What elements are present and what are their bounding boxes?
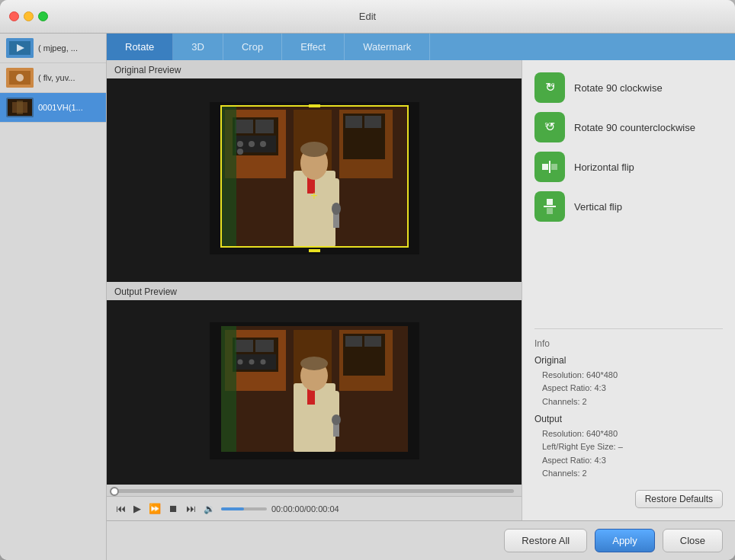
svg-point-22 xyxy=(260,141,266,147)
svg-point-33 xyxy=(332,203,341,215)
svg-rect-52 xyxy=(345,336,362,347)
action-bar: Restore All Apply Close xyxy=(107,520,735,560)
output-video-svg xyxy=(210,322,419,459)
titlebar: Edit xyxy=(0,0,735,34)
apply-button[interactable]: Apply xyxy=(595,529,655,552)
info-original-title: Original xyxy=(534,355,723,366)
svg-rect-37 xyxy=(309,104,320,107)
controls-panel: ↻ 90 Rotate 90 clockwise ↺ 90 xyxy=(522,60,735,520)
hflip-icon xyxy=(534,152,565,182)
info-title: Info xyxy=(534,338,723,349)
svg-rect-46 xyxy=(255,340,274,352)
info-output-lr-eye: Left/Right Eye Size: – xyxy=(534,440,723,454)
svg-rect-69 xyxy=(547,199,553,205)
info-section: Info Original Resolution: 640*480 Aspect… xyxy=(534,328,723,481)
volume-slider[interactable] xyxy=(221,507,267,510)
stop-button[interactable]: ⏹ xyxy=(167,501,180,516)
svg-point-49 xyxy=(249,359,254,364)
time-display: 00:00:00/00:00:04 xyxy=(271,504,339,514)
svg-point-30 xyxy=(300,142,328,157)
info-output-aspect: Aspect Ratio: 4:3 xyxy=(534,454,723,468)
thumbnail-flv xyxy=(6,68,34,88)
tab-rotate[interactable]: Rotate xyxy=(107,34,173,60)
right-panel: Rotate 3D Crop Effect Watermark xyxy=(107,34,735,560)
svg-rect-26 xyxy=(364,116,381,128)
skip-end-button[interactable]: ⏭ xyxy=(185,501,197,516)
sidebar-item-0001[interactable]: 0001VH(1... xyxy=(0,93,106,123)
rotate-ccw-label: Rotate 90 counterclockwise xyxy=(574,122,695,133)
controls-bar: ⏮ ▶ ⏩ ⏹ ⏭ 🔉 xyxy=(107,496,522,520)
output-preview-container xyxy=(107,300,522,485)
progress-track[interactable] xyxy=(114,489,514,493)
traffic-lights xyxy=(0,11,48,21)
svg-rect-68 xyxy=(549,161,550,173)
hflip-label: Horizontal flip xyxy=(574,162,634,173)
vflip-button[interactable]: Vertical flip xyxy=(534,191,723,222)
tab-effect[interactable]: Effect xyxy=(282,34,345,60)
spacer xyxy=(534,231,723,319)
svg-rect-9 xyxy=(17,101,23,114)
thumbnail-0001 xyxy=(6,98,34,117)
restore-defaults-button[interactable]: Restore Defaults xyxy=(635,490,723,508)
svg-rect-17 xyxy=(235,120,253,133)
sidebar-item-flv[interactable]: ( flv, yuv... xyxy=(0,63,106,93)
window-title: Edit xyxy=(359,11,376,22)
svg-rect-25 xyxy=(345,116,362,128)
output-video-inner xyxy=(210,322,419,462)
original-video-svg: + xyxy=(210,102,419,254)
info-output-title: Output xyxy=(534,414,723,424)
svg-rect-53 xyxy=(364,336,381,347)
svg-rect-18 xyxy=(255,120,274,133)
rotate-cw-button[interactable]: ↻ 90 Rotate 90 clockwise xyxy=(534,72,723,103)
main-window: Edit ( mjpeg, ... xyxy=(0,0,735,560)
sidebar-item-label-0001: 0001VH(1... xyxy=(38,103,83,112)
svg-point-5 xyxy=(16,74,24,82)
output-preview-label: Output Preview xyxy=(107,282,522,300)
content-area: Original Preview xyxy=(107,60,735,520)
original-preview-label: Original Preview xyxy=(107,60,522,78)
rotate-ccw-button[interactable]: ↺ 90 Rotate 90 counterclockwise xyxy=(534,112,723,142)
info-original-aspect: Aspect Ratio: 4:3 xyxy=(534,382,723,395)
svg-point-20 xyxy=(237,141,243,147)
svg-rect-71 xyxy=(544,206,556,207)
maximize-window-button[interactable] xyxy=(38,11,48,21)
svg-text:90: 90 xyxy=(545,121,552,128)
tab-bar: Rotate 3D Crop Effect Watermark xyxy=(107,34,735,60)
tab-watermark[interactable]: Watermark xyxy=(345,34,430,60)
svg-text:+: + xyxy=(310,189,317,202)
svg-rect-34 xyxy=(221,106,236,247)
progress-bar-container xyxy=(107,485,522,496)
rotate-cw-label: Rotate 90 clockwise xyxy=(574,82,663,94)
svg-point-50 xyxy=(260,359,265,364)
hflip-button[interactable]: Horizontal flip xyxy=(534,152,723,182)
sidebar-item-label-flv: ( flv, yuv... xyxy=(38,73,75,82)
info-output-channels: Channels: 2 xyxy=(534,467,723,481)
vflip-icon xyxy=(534,191,565,222)
close-button[interactable]: Close xyxy=(663,529,723,552)
restore-all-button[interactable]: Restore All xyxy=(504,529,587,552)
svg-point-23 xyxy=(237,149,243,155)
original-video-inner: + xyxy=(210,102,419,258)
minimize-window-button[interactable] xyxy=(24,11,34,21)
tab-3d[interactable]: 3D xyxy=(173,34,223,60)
skip-start-button[interactable]: ⏮ xyxy=(114,501,127,516)
thumbnail-mjpeg xyxy=(6,38,34,58)
tab-crop[interactable]: Crop xyxy=(223,34,282,60)
svg-text:90: 90 xyxy=(548,82,555,88)
vflip-label: Vertical flip xyxy=(574,201,622,213)
rotate-cw-icon: ↻ 90 xyxy=(534,72,565,103)
close-window-button[interactable] xyxy=(9,11,19,21)
sidebar-item-mjpeg[interactable]: ( mjpeg, ... xyxy=(0,34,106,63)
info-original-channels: Channels: 2 xyxy=(534,395,723,409)
svg-rect-38 xyxy=(309,249,320,252)
video-section: Original Preview xyxy=(107,60,522,520)
play-button[interactable]: ▶ xyxy=(132,501,143,516)
volume-fill xyxy=(221,507,244,510)
fast-forward-button[interactable]: ⏩ xyxy=(147,501,162,516)
svg-point-48 xyxy=(237,359,242,364)
svg-rect-45 xyxy=(235,340,253,352)
progress-thumb[interactable] xyxy=(110,487,119,496)
rotate-ccw-icon: ↺ 90 xyxy=(534,112,565,142)
svg-rect-61 xyxy=(221,326,236,452)
svg-point-60 xyxy=(332,414,341,425)
